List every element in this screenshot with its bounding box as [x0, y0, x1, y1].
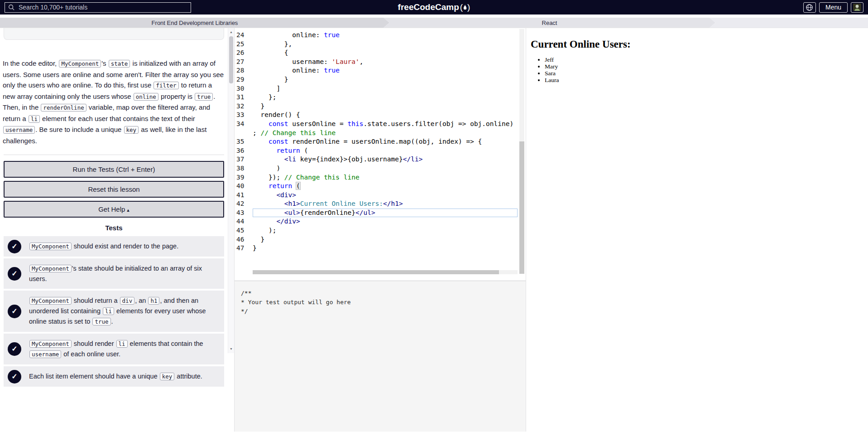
code-content: <h1>Current Online Users:</h1> — [253, 199, 518, 209]
inline-code: filter — [153, 82, 178, 89]
online-user-item: Sara — [545, 70, 868, 77]
scroll-up-icon[interactable]: ▲ — [228, 29, 234, 35]
test-item: ✓MyComponent should render li elements t… — [4, 334, 224, 364]
preview-panel: Current Online Users: JeffMarySaraLaura — [526, 28, 868, 432]
code-line[interactable]: 37 <li key={index}>{obj.username}</li> — [235, 155, 526, 164]
code-content: ; // Change this line — [253, 129, 518, 138]
code-line[interactable]: 41 <div> — [235, 191, 526, 200]
text-segment: elements that contain the — [128, 340, 203, 347]
text-segment: should exist and render to the page. — [72, 243, 178, 250]
editor-horizontal-scrollbar[interactable] — [253, 270, 518, 274]
test-text: MyComponent should render li elements th… — [29, 339, 220, 359]
text-segment: , an — [135, 297, 148, 304]
code-content: online: true — [253, 66, 518, 75]
code-line[interactable]: 32 } — [235, 102, 526, 111]
instructions-scrollbar-thumb[interactable] — [229, 36, 233, 83]
test-output-text: /** * Your test output will go here */ — [241, 289, 526, 316]
code-line[interactable]: 38 ) — [235, 164, 526, 173]
code-line[interactable]: 31 }; — [235, 93, 526, 102]
breadcrumb-superblock[interactable]: Front End Development Libraries — [0, 18, 389, 28]
code-content: online: true — [253, 31, 518, 40]
line-number: 35 — [235, 137, 253, 146]
instructions-panel: In the code editor, MyComponent's state … — [0, 28, 234, 353]
editor-vertical-scrollbar[interactable] — [519, 29, 524, 274]
line-number: 36 — [235, 146, 253, 155]
line-number: 47 — [235, 244, 253, 253]
code-line[interactable]: 42 <h1>Current Online Users:</h1> — [235, 199, 526, 209]
test-text: MyComponent should exist and render to t… — [29, 241, 220, 252]
get-help-button[interactable]: Get Help▴ — [4, 201, 224, 218]
preview-heading: Current Online Users: — [531, 39, 868, 50]
code-content: } — [253, 102, 518, 111]
code-line[interactable]: 25 }, — [235, 40, 526, 49]
editor-vertical-scrollbar-thumb[interactable] — [519, 141, 524, 274]
code-line[interactable]: 27 username: 'Laura', — [235, 58, 526, 67]
breadcrumb-block-label: React — [542, 19, 557, 26]
inline-code: state — [109, 60, 130, 68]
code-line[interactable]: 46 } — [235, 235, 526, 244]
tests-list: ✓MyComponent should exist and render to … — [0, 236, 228, 387]
text-segment: of each online user. — [62, 350, 120, 358]
code-line[interactable]: 26 { — [235, 49, 526, 58]
reset-lesson-button[interactable]: Reset this lesson — [4, 181, 224, 198]
inline-code: MyComponent — [29, 297, 72, 305]
code-line[interactable]: 43 <ul>{renderOnline}</ul> — [235, 209, 526, 218]
line-number: 37 — [235, 155, 253, 164]
text-segment: should render — [72, 340, 116, 347]
code-content: }, — [253, 40, 518, 49]
code-line[interactable]: 33 render() { — [235, 111, 526, 120]
code-line[interactable]: 36 return ( — [235, 146, 526, 155]
editor-horizontal-scrollbar-thumb[interactable] — [253, 270, 499, 274]
code-line[interactable]: 28 online: true — [235, 66, 526, 75]
run-tests-button[interactable]: Run the Tests (Ctrl + Enter) — [4, 161, 224, 178]
avatar-button[interactable] — [851, 2, 863, 13]
logo-text: freeCodeCamp — [398, 2, 459, 12]
code-line[interactable]: 30 ] — [235, 84, 526, 93]
code-line[interactable]: 39 }); // Change this line — [235, 173, 526, 182]
menu-button[interactable]: Menu — [819, 2, 848, 13]
code-line[interactable]: 45 ); — [235, 226, 526, 235]
text-segment: . Be sure to include a unique — [35, 126, 123, 133]
test-text: MyComponent's state should be initialize… — [29, 263, 220, 284]
language-globe-button[interactable] — [803, 2, 816, 13]
online-user-item: Mary — [545, 63, 868, 70]
inline-code: MyComponent — [29, 265, 72, 272]
test-item: ✓MyComponent should exist and render to … — [4, 236, 224, 257]
line-number: 43 — [235, 209, 253, 218]
code-content: } — [253, 244, 518, 253]
inline-code: key — [160, 373, 175, 380]
test-text: MyComponent should return a div, an h1, … — [29, 296, 220, 327]
search-box[interactable] — [5, 2, 191, 13]
code-line[interactable]: 47} — [235, 244, 526, 253]
line-number: 27 — [235, 58, 253, 67]
inline-code: h1 — [148, 297, 159, 305]
code-content: render() { — [253, 111, 518, 120]
inline-code: key — [124, 126, 139, 134]
code-content: ] — [253, 84, 518, 93]
code-content: { — [253, 49, 518, 58]
instructions-scrollbar[interactable]: ▲ ▼ — [228, 28, 234, 353]
top-navbar: freeCodeCamp () Menu — [0, 0, 868, 15]
code-line[interactable]: ; // Change this line — [235, 129, 526, 138]
code-line[interactable]: 24 online: true — [235, 31, 526, 40]
search-input[interactable] — [18, 3, 187, 11]
code-line[interactable]: 35 const renderOnline = usersOnline.map(… — [235, 137, 526, 146]
line-number: 32 — [235, 102, 253, 111]
freecodecamp-logo[interactable]: freeCodeCamp () — [398, 2, 470, 12]
code-content: }; — [253, 93, 518, 102]
preview-user-list: JeffMarySaraLaura — [531, 56, 868, 83]
inline-code: true — [195, 93, 213, 101]
logo-flame-icon: () — [460, 2, 470, 12]
code-line[interactable]: 44 </div> — [235, 217, 526, 226]
page: freeCodeCamp () Menu Front End Developme… — [0, 0, 868, 432]
code-line[interactable]: 34 const usersOnline = this.state.users.… — [235, 120, 526, 129]
inline-code: li — [29, 115, 40, 123]
code-editor[interactable]: 24 online: true25 },26 {27 username: 'La… — [235, 28, 526, 276]
scroll-down-icon[interactable]: ▼ — [228, 346, 234, 352]
breadcrumb-block[interactable]: React — [384, 18, 715, 28]
text-segment: In the code editor, — [3, 59, 58, 67]
code-content: const usersOnline = this.state.users.fil… — [253, 120, 518, 129]
code-line[interactable]: 29 } — [235, 75, 526, 84]
line-number — [235, 129, 253, 138]
code-line[interactable]: 40 return ( — [235, 182, 526, 191]
